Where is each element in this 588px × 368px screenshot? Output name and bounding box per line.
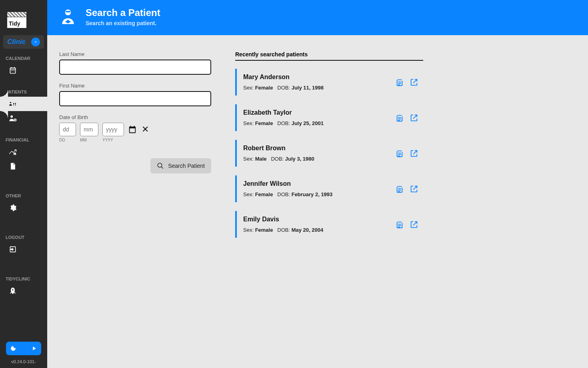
results-column: Recently searched patients Mary Anderson… — [235, 51, 423, 352]
main: Search a Patient Search an existing pati… — [47, 0, 588, 368]
patient-meta: Sex: Female DOB: May 20, 2004 — [243, 227, 323, 233]
patient-card[interactable]: Elizabeth Taylor Sex: Female DOB: July 2… — [235, 104, 423, 131]
page-title: Search a Patient — [86, 7, 160, 18]
sidebar-item-patient-add[interactable] — [0, 111, 47, 125]
patient-card[interactable]: Jennifer Wilson Sex: Female DOB: Februar… — [235, 175, 423, 202]
sex-value: Male — [255, 156, 267, 162]
dob-value: July 3, 1980 — [285, 156, 314, 162]
newspaper-icon[interactable] — [395, 185, 404, 193]
dob-year-input[interactable] — [102, 123, 124, 136]
patient-meta: Sex: Female DOB: February 2, 1993 — [243, 191, 332, 197]
chart-icon: $ — [9, 148, 17, 156]
sex-label: Sex: — [243, 156, 255, 162]
dob-meta-label: DOB: — [277, 227, 291, 233]
sidebar: Tidy Clinic CALENDAR PATIENTS FINANCIAL … — [0, 0, 47, 368]
dob-meta-label: DOB: — [277, 85, 291, 91]
patient-meta: Sex: Female DOB: July 11, 1998 — [243, 85, 324, 91]
patient-search-icon — [9, 100, 17, 108]
newspaper-icon[interactable] — [395, 78, 404, 87]
theme-toggle[interactable] — [6, 342, 41, 355]
patients-list: Mary Anderson Sex: Female DOB: July 11, … — [235, 69, 423, 238]
newspaper-icon[interactable] — [395, 220, 404, 229]
sex-label: Sex: — [243, 85, 255, 91]
clinic-dropdown[interactable]: Clinic — [3, 35, 44, 49]
patient-actions — [395, 220, 418, 229]
patient-info: Mary Anderson Sex: Female DOB: July 11, … — [243, 74, 324, 91]
svg-line-8 — [161, 167, 163, 169]
patient-actions — [395, 78, 418, 87]
sidebar-item-calendar[interactable] — [0, 63, 47, 78]
sidebar-item-patient-search[interactable] — [0, 97, 47, 111]
open-external-icon[interactable] — [410, 78, 418, 87]
clinic-label: Clinic — [7, 38, 26, 46]
patient-add-icon — [9, 114, 17, 122]
calendar-picker-icon[interactable] — [128, 125, 137, 134]
patient-name: Robert Brown — [243, 145, 314, 152]
nav-section-calendar: CALENDAR — [0, 52, 47, 63]
dob-value: February 2, 1993 — [292, 191, 333, 197]
dob-month-input[interactable] — [80, 123, 98, 136]
newspaper-icon[interactable] — [395, 149, 404, 158]
dob-month-sublabel: MM — [80, 138, 98, 142]
page-header: Search a Patient Search an existing pati… — [47, 0, 588, 35]
patient-info: Jennifer Wilson Sex: Female DOB: Februar… — [243, 180, 332, 197]
logo: Tidy — [7, 12, 26, 28]
last-name-label: Last Name — [59, 51, 211, 57]
logout-icon — [9, 245, 17, 253]
svg-point-7 — [158, 163, 162, 167]
open-external-icon[interactable] — [410, 149, 418, 158]
patient-header-icon — [59, 8, 77, 26]
logo-text: Tidy — [9, 20, 20, 27]
content: Last Name First Name Date of Birth DD MM… — [47, 35, 588, 368]
open-external-icon[interactable] — [410, 185, 418, 193]
patient-info: Emily Davis Sex: Female DOB: May 20, 200… — [243, 216, 323, 233]
patient-card[interactable]: Mary Anderson Sex: Female DOB: July 11, … — [235, 69, 423, 95]
last-name-input[interactable] — [59, 60, 211, 75]
svg-rect-6 — [66, 11, 70, 12]
nav-section-tidyclinic: TIDYCLINIC — [0, 273, 47, 284]
patient-info: Elizabeth Taylor Sex: Female DOB: July 2… — [243, 109, 324, 126]
search-button-label: Search Patient — [168, 163, 205, 169]
sex-label: Sex: — [243, 191, 255, 197]
invoice-icon — [9, 162, 17, 170]
dob-value: July 25, 2001 — [292, 120, 324, 126]
patient-actions — [395, 113, 418, 122]
sidebar-item-rocket[interactable] — [0, 284, 47, 298]
newspaper-icon[interactable] — [395, 113, 404, 122]
patient-name: Mary Anderson — [243, 74, 324, 81]
chevron-down-icon — [31, 38, 40, 46]
dob-day-input[interactable] — [59, 123, 76, 136]
search-button[interactable]: Search Patient — [150, 158, 211, 173]
patient-actions — [395, 149, 418, 158]
search-form: Last Name First Name Date of Birth DD MM… — [59, 51, 211, 352]
dob-meta-label: DOB: — [271, 156, 285, 162]
patient-card[interactable]: Robert Brown Sex: Male DOB: July 3, 1980 — [235, 140, 423, 167]
patient-card[interactable]: Emily Davis Sex: Female DOB: May 20, 200… — [235, 211, 423, 238]
patient-name: Emily Davis — [243, 216, 323, 223]
sex-label: Sex: — [243, 120, 255, 126]
sex-value: Female — [255, 227, 273, 233]
caret-right-icon — [31, 345, 37, 352]
results-header: Recently searched patients — [235, 51, 423, 61]
dob-label: Date of Birth — [59, 114, 211, 120]
rocket-icon — [9, 287, 17, 295]
sex-value: Female — [255, 120, 273, 126]
patient-actions — [395, 185, 418, 193]
sidebar-item-financial-invoice[interactable] — [0, 159, 47, 173]
search-icon — [157, 162, 164, 169]
sidebar-item-logout[interactable] — [0, 242, 47, 257]
page-subtitle: Search an existing patient. — [86, 20, 160, 26]
sidebar-item-financial-chart[interactable]: $ — [0, 145, 47, 159]
first-name-input[interactable] — [59, 91, 211, 106]
sidebar-item-settings[interactable] — [0, 201, 47, 215]
nav-section-financial: FINANCIAL — [0, 133, 47, 145]
svg-text:$: $ — [14, 153, 16, 155]
clear-date-icon[interactable]: ✕ — [141, 125, 150, 134]
sex-value: Female — [255, 85, 273, 91]
sex-label: Sex: — [243, 227, 255, 233]
open-external-icon[interactable] — [410, 113, 418, 122]
dob-meta-label: DOB: — [277, 120, 291, 126]
calendar-icon — [9, 66, 17, 74]
version-text: v0.24.0-101- — [11, 359, 36, 364]
open-external-icon[interactable] — [410, 220, 418, 229]
